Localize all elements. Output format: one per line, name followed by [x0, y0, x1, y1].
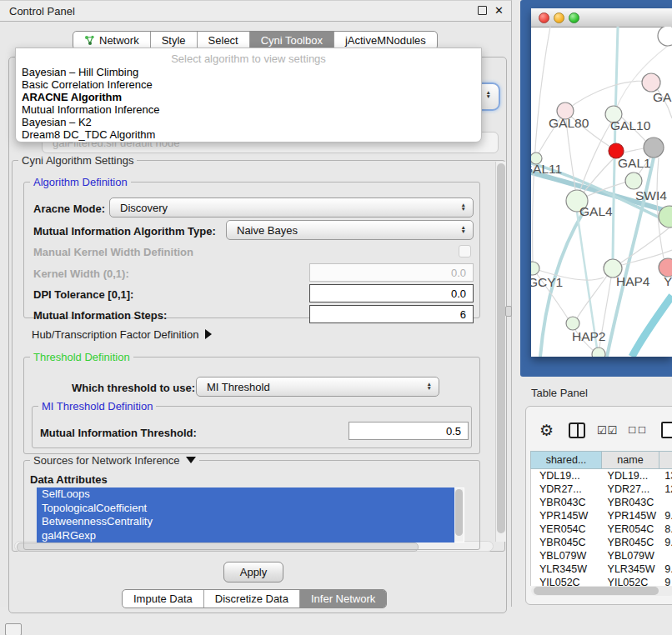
which-threshold-combo[interactable]: MI Threshold ▲▼: [196, 377, 439, 397]
network-node-label: GAL11: [531, 162, 562, 176]
network-node-label: GCY1: [531, 275, 563, 289]
algorithm-popup-item[interactable]: Mutual Information Inference: [16, 103, 481, 116]
table-column-header[interactable]: name: [602, 451, 659, 469]
select-all-checkboxes-icon[interactable]: ☑☑: [597, 424, 618, 437]
network-edge[interactable]: [621, 228, 669, 262]
network-node[interactable]: [625, 172, 642, 189]
network-node[interactable]: [592, 348, 605, 357]
tab-jactivemnodules[interactable]: jActiveMNodules: [333, 32, 437, 49]
data-attribute-item[interactable]: SelfLoops: [37, 488, 454, 502]
network-node[interactable]: [566, 317, 579, 330]
table-cell[interactable]: YIL052C: [531, 576, 603, 586]
table-cell[interactable]: YBR043C: [531, 496, 603, 509]
table-column-header[interactable]: A: [659, 451, 672, 469]
combo-stepper-icon: ▲▼: [427, 382, 432, 390]
tab-infer-network[interactable]: Infer Network: [299, 590, 386, 608]
tab-cyni-toolbox[interactable]: Cyni Toolbox: [249, 32, 333, 49]
close-panel-icon[interactable]: ✕: [494, 5, 504, 16]
network-node[interactable]: [642, 73, 660, 92]
network-edge[interactable]: [565, 81, 651, 111]
tab-impute-data[interactable]: Impute Data: [123, 590, 203, 608]
tab-discretize-data[interactable]: Discretize Data: [203, 590, 299, 608]
table-cell[interactable]: YDL19...: [531, 469, 603, 482]
deselect-all-checkboxes-icon[interactable]: ☐☐: [628, 425, 648, 436]
network-edge[interactable]: [533, 27, 550, 262]
columns-icon[interactable]: [569, 422, 585, 438]
network-node-label: HAP2: [572, 329, 606, 343]
table-cell[interactable]: 13: [659, 469, 672, 482]
network-node[interactable]: [531, 262, 539, 275]
network-view-frame: GALGAL80GAL10GAL1GAL11GAL4SWI4GCY1HAP4YH…: [520, 0, 672, 377]
tab-network[interactable]: Network: [73, 32, 150, 49]
attributes-vertical-scrollbar[interactable]: [454, 488, 464, 542]
table-cell[interactable]: YDL19...: [603, 469, 660, 482]
table-row: YDR27...YDR27...12: [531, 482, 672, 496]
data-attribute-item[interactable]: BetweennessCentrality: [37, 515, 454, 529]
dock-panel-icon[interactable]: [5, 623, 22, 635]
settings-vertical-scrollbar[interactable]: [495, 162, 506, 542]
mi-type-combo[interactable]: Naive Bayes ▲▼: [226, 220, 474, 240]
data-attributes-list[interactable]: SelfLoopsTopologicalCoefficientBetweenne…: [37, 488, 464, 542]
algorithm-popup-item[interactable]: Bayesian – K2: [16, 116, 481, 128]
kernel-width-field[interactable]: 0.0: [309, 263, 474, 282]
network-canvas[interactable]: GALGAL80GAL10GAL1GAL11GAL4SWI4GCY1HAP4YH…: [531, 27, 672, 357]
algorithm-popup-item[interactable]: ARACNE Algorithm: [16, 91, 481, 103]
aracne-mode-combo[interactable]: Discovery ▲▼: [109, 198, 474, 218]
table-column-header[interactable]: shared...: [530, 451, 602, 469]
mi-threshold-field[interactable]: 0.5: [349, 422, 469, 440]
table-cell[interactable]: YDR27...: [531, 482, 603, 496]
table-cell[interactable]: YIL052C: [603, 576, 660, 586]
table-cell[interactable]: [659, 549, 672, 562]
network-node[interactable]: [658, 27, 672, 46]
table-cell[interactable]: YLR345W: [603, 562, 660, 576]
hub-definition-toggle[interactable]: Hub/Transcription Factor Definition: [32, 328, 212, 341]
network-node[interactable]: [644, 138, 664, 158]
table-cell[interactable]: YBR045C: [603, 536, 660, 549]
gear-icon[interactable]: ⚙: [539, 422, 554, 438]
table-horizontal-scrollbar[interactable]: [531, 586, 672, 596]
sources-legend[interactable]: Sources for Network Inference: [30, 454, 199, 467]
dpi-tolerance-field[interactable]: 0.0: [309, 284, 474, 302]
table-cell[interactable]: YER054C: [603, 522, 660, 536]
algorithm-popup-item[interactable]: Dream8 DC_TDC Algorithm: [16, 128, 481, 141]
mi-steps-field[interactable]: 6: [309, 305, 474, 323]
tab-style[interactable]: Style: [150, 32, 197, 49]
network-node-label: HAP4: [616, 274, 650, 288]
table-cell[interactable]: YBR045C: [531, 536, 603, 549]
table-cell[interactable]: 9.: [659, 536, 672, 549]
table-cell[interactable]: 12: [659, 482, 672, 496]
table-cell[interactable]: 8.: [659, 522, 672, 536]
float-panel-icon[interactable]: [478, 6, 487, 15]
close-window-icon[interactable]: [539, 12, 549, 23]
data-attribute-item[interactable]: TopologicalCoefficient: [37, 502, 454, 516]
control-panel-titlebar: Control Panel ✕: [0, 1, 511, 22]
document-icon[interactable]: [661, 422, 672, 438]
algorithm-popup-item[interactable]: Basic Correlation Inference: [16, 78, 481, 91]
table-cell[interactable]: 9: [659, 576, 672, 586]
network-edge[interactable]: [566, 119, 577, 201]
apply-button[interactable]: Apply: [223, 562, 283, 582]
minimize-window-icon[interactable]: [554, 12, 564, 23]
mi-threshold-legend: MI Threshold Definition: [38, 400, 156, 412]
control-panel-title: Control Panel: [0, 5, 75, 18]
data-attribute-item[interactable]: gal4RGexp: [37, 529, 454, 543]
table-cell[interactable]: [659, 496, 672, 509]
table-cell[interactable]: YBL079W: [531, 549, 603, 562]
table-cell[interactable]: YPR145W: [603, 509, 660, 522]
algorithm-definition-legend: Algorithm Definition: [30, 176, 131, 188]
table-cell[interactable]: 9.: [659, 509, 672, 522]
panel-splitter-handle[interactable]: [505, 306, 512, 317]
tab-select[interactable]: Select: [197, 32, 249, 49]
table-cell[interactable]: 9.: [659, 562, 672, 576]
table-cell[interactable]: YPR145W: [531, 509, 603, 522]
table-cell[interactable]: YBR043C: [603, 496, 660, 509]
zoom-window-icon[interactable]: [569, 12, 579, 23]
table-cell[interactable]: YBL079W: [603, 549, 660, 562]
network-edge[interactable]: [624, 148, 644, 152]
manual-kernel-checkbox[interactable]: [459, 245, 471, 258]
network-edge[interactable]: [632, 296, 672, 357]
table-cell[interactable]: YER054C: [531, 522, 603, 536]
table-cell[interactable]: YDR27...: [603, 482, 660, 496]
algorithm-popup-item[interactable]: Bayesian – Hill Climbing: [16, 66, 481, 78]
table-cell[interactable]: YLR345W: [531, 562, 603, 576]
